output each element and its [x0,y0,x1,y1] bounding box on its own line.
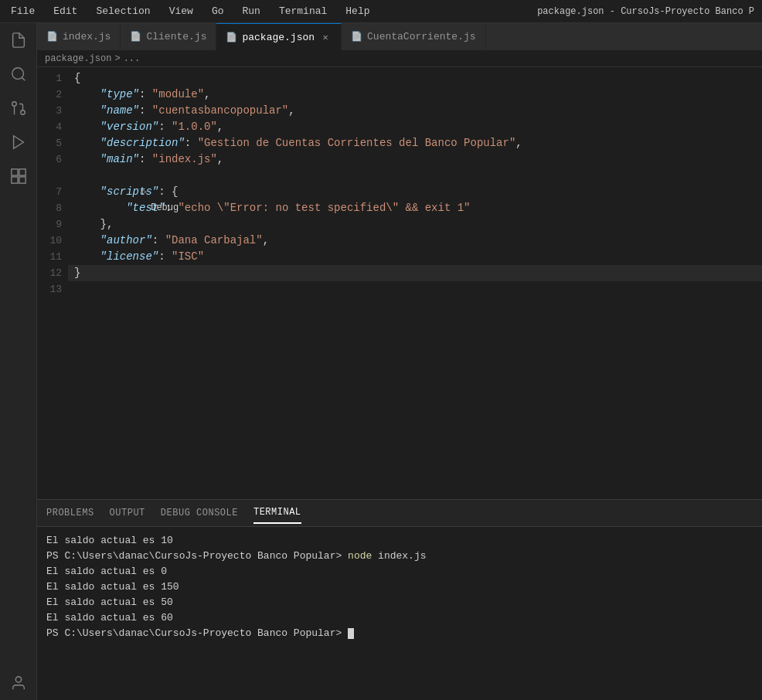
tab-cuentacorriente-js[interactable]: 📄 CuentaCorriente.js [342,23,485,50]
menu-view[interactable]: View [166,4,196,19]
titlebar: File Edit Selection View Go Run Terminal… [0,0,762,23]
panel-tab-output[interactable]: OUTPUT [110,503,145,523]
terminal-line-6: El saldo actual es 60 [46,610,753,626]
activity-source-control-icon[interactable] [8,97,29,119]
file-icon: 📄 [130,31,141,42]
menu-go[interactable]: Go [209,4,227,19]
terminal-content[interactable]: El saldo actual es 10 PS C:\Users\danac\… [37,527,762,700]
svg-point-10 [15,677,21,682]
menu-edit[interactable]: Edit [50,4,80,19]
code-line-13 [68,281,762,297]
code-line-2: "type": "module", [68,87,762,103]
code-line-7: "scripts": { [68,184,762,200]
code-line-10: "author": "Dana Carbajal", [68,233,762,249]
svg-point-0 [12,68,23,80]
svg-rect-6 [11,169,17,175]
breadcrumb-file[interactable]: package.json [45,53,111,64]
activity-search-icon[interactable] [8,63,29,85]
activity-files-icon[interactable] [8,29,29,51]
window-title: package.json - CursoJs-Proyecto Banco P [537,6,754,17]
svg-rect-9 [19,177,25,183]
svg-rect-8 [11,177,17,183]
code-line-9: }, [68,216,762,233]
code-line-1: { [68,70,762,87]
panel-tab-debug-console[interactable]: DEBUG CONSOLE [161,503,238,523]
file-icon: 📄 [46,31,58,42]
breadcrumb-sep: > [114,53,120,64]
svg-marker-5 [13,136,23,149]
breadcrumb-path: ... [124,53,141,64]
code-line-8: "test": "echo \"Error: no test specified… [68,200,762,216]
editor-area: 📄 index.js 📄 Cliente.js 📄 package.json ✕… [37,23,762,700]
tab-label: package.json [242,32,315,43]
tab-label: index.js [63,31,111,42]
code-line-debug[interactable]: ▷ Debug [68,168,762,184]
tab-bar: 📄 index.js 📄 Cliente.js 📄 package.json ✕… [37,23,762,50]
bottom-panel: PROBLEMS OUTPUT DEBUG CONSOLE TERMINAL E… [37,499,762,700]
menu-run[interactable]: Run [239,4,263,19]
code-line-4: "version": "1.0.0", [68,119,762,135]
tab-cliente-js[interactable]: 📄 Cliente.js [121,23,216,50]
code-line-12: } [68,265,762,281]
activity-extensions-icon[interactable] [8,165,29,187]
tab-close-button[interactable]: ✕ [319,31,332,43]
terminal-line-4: El saldo actual es 150 [46,579,753,595]
menu-terminal[interactable]: Terminal [276,4,330,19]
tab-index-js[interactable]: 📄 index.js [37,23,121,50]
code-line-3: "name": "cuentasbancopopular", [68,103,762,119]
code-editor[interactable]: 1 2 3 4 5 6 7 8 9 10 11 12 13 { "type": … [37,67,762,499]
terminal-line-3: El saldo actual es 0 [46,564,753,579]
activity-run-icon[interactable] [8,131,29,153]
menu-help[interactable]: Help [342,4,372,19]
terminal-cursor [348,628,354,639]
svg-point-2 [20,110,25,115]
code-content[interactable]: { "type": "module", "name": "cuentasbanc… [68,67,762,499]
code-line-11: "license": "ISC" [68,249,762,265]
panel-tab-terminal[interactable]: TERMINAL [253,502,301,524]
breadcrumb: package.json > ... [37,50,762,67]
activity-bar [0,23,37,700]
file-icon: 📄 [226,32,237,43]
menu-file[interactable]: File [8,4,38,19]
terminal-line-2: PS C:\Users\danac\CursoJs-Proyecto Banco… [46,549,753,564]
menu-selection[interactable]: Selection [93,4,153,19]
file-icon: 📄 [351,31,362,42]
tab-label: CuentaCorriente.js [367,31,475,42]
panel-tab-problems[interactable]: PROBLEMS [46,503,94,523]
line-numbers: 1 2 3 4 5 6 7 8 9 10 11 12 13 [37,67,68,499]
terminal-line-prompt: PS C:\Users\danac\CursoJs-Proyecto Banco… [46,626,753,641]
panel-tab-bar: PROBLEMS OUTPUT DEBUG CONSOLE TERMINAL [37,500,762,527]
main-layout: 📄 index.js 📄 Cliente.js 📄 package.json ✕… [0,23,762,700]
svg-point-3 [12,102,16,107]
menu-bar[interactable]: File Edit Selection View Go Run Terminal… [8,4,373,19]
code-line-6: "main": "index.js", [68,151,762,168]
svg-rect-7 [19,169,25,175]
tab-label: Cliente.js [146,31,206,42]
svg-line-1 [22,77,25,80]
terminal-line-5: El saldo actual es 50 [46,595,753,610]
tab-package-json[interactable]: 📄 package.json ✕ [216,23,342,50]
code-line-5: "description": "Gestion de Cuentas Corri… [68,135,762,151]
terminal-line-1: El saldo actual es 10 [46,533,753,549]
activity-account-icon[interactable] [8,672,29,694]
